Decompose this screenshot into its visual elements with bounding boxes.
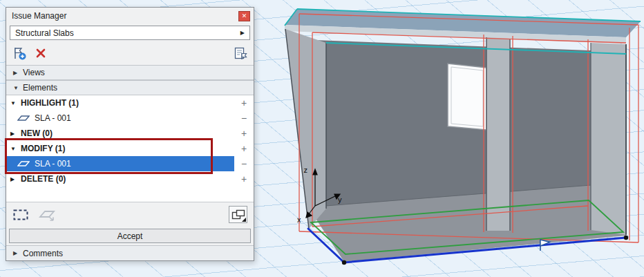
- slab-icon: [17, 160, 30, 168]
- model-room: [285, 9, 641, 262]
- close-button[interactable]: ✕: [238, 11, 250, 21]
- flyout-arrow-icon: ▶: [240, 30, 245, 36]
- add-elements-button[interactable]: +: [234, 97, 254, 108]
- corner-node-left[interactable]: [342, 260, 346, 265]
- tree-group-main: ▼ MODIFY (1): [6, 141, 234, 156]
- corner-node-right[interactable]: [624, 236, 628, 240]
- issue-toolbar: [6, 41, 254, 65]
- tree-item-main: SLA - 001: [6, 156, 234, 171]
- accept-row: Accept: [6, 227, 254, 245]
- section-comments[interactable]: ▶ Comments: [6, 245, 254, 260]
- tree-item-modify-sla001[interactable]: SLA - 001 −: [6, 156, 254, 171]
- new-issue-button[interactable]: [12, 46, 27, 61]
- zoom-to-elements-button[interactable]: [229, 206, 247, 223]
- flag-plus-icon: [12, 46, 27, 61]
- chevron-right-icon[interactable]: ▶: [10, 176, 21, 182]
- add-elements-button[interactable]: +: [234, 128, 254, 139]
- tree-item-highlight-sla001[interactable]: SLA - 001 −: [6, 111, 254, 126]
- tree-group-label: DELETE (0): [21, 174, 66, 184]
- right-wall: [591, 43, 626, 235]
- tree-group-label: NEW (0): [21, 128, 53, 138]
- tree-group-label: HIGHLIGHT (1): [21, 98, 79, 108]
- slab-icon: [17, 114, 30, 122]
- elements-tree: ▼ HIGHLIGHT (1) + SLA - 001 − ▶ NEW (0) …: [6, 95, 254, 202]
- accept-button[interactable]: Accept: [9, 229, 251, 243]
- chevron-down-icon[interactable]: ▼: [10, 100, 21, 106]
- section-comments-label: Comments: [23, 249, 63, 258]
- tree-item-label: SLA - 001: [35, 159, 71, 169]
- red-x-icon: [35, 48, 46, 59]
- add-elements-button[interactable]: +: [234, 173, 254, 184]
- axis-label-y: y: [338, 195, 342, 204]
- tree-group-highlight[interactable]: ▼ HIGHLIGHT (1) +: [6, 95, 254, 111]
- chevron-down-icon: ▼: [13, 85, 23, 91]
- delete-issue-button[interactable]: [35, 48, 46, 59]
- chevron-right-icon: ▶: [13, 70, 23, 76]
- section-elements[interactable]: ▼ Elements: [6, 80, 254, 95]
- tree-item-label: SLA - 001: [35, 113, 71, 123]
- tree-group-main: ▼ HIGHLIGHT (1): [6, 95, 234, 111]
- tree-item-main: SLA - 001: [6, 111, 234, 126]
- panel-titlebar[interactable]: Issue Manager ✕: [6, 8, 254, 24]
- overlapping-views-icon: [231, 209, 246, 221]
- highlight-elements-button[interactable]: [39, 208, 57, 222]
- remove-element-button[interactable]: −: [234, 113, 254, 124]
- axis-label-z: z: [304, 166, 308, 174]
- window-opening: [448, 64, 486, 130]
- marquee-button[interactable]: [12, 208, 29, 222]
- tree-group-delete[interactable]: ▶ DELETE (0) +: [6, 171, 254, 187]
- issue-organizer-button[interactable]: [233, 46, 248, 61]
- scheme-value: Structural Slabs: [15, 28, 74, 38]
- axis-label-x: x: [297, 216, 301, 224]
- tree-group-main: ▶ NEW (0): [6, 126, 234, 141]
- issue-manager-panel: Issue Manager ✕ Structural Slabs ▶: [6, 7, 254, 261]
- chevron-right-icon: ▶: [13, 250, 23, 256]
- bottom-toolbar: [6, 202, 254, 227]
- section-views-label: Views: [23, 68, 45, 77]
- tree-group-label: MODIFY (1): [21, 144, 65, 153]
- panel-title: Issue Manager: [12, 11, 238, 21]
- chevron-right-icon[interactable]: ▶: [10, 131, 21, 137]
- issue-organizer-icon: [233, 46, 248, 61]
- tree-group-new[interactable]: ▶ NEW (0) +: [6, 126, 254, 141]
- highlight-slab-icon: [39, 208, 57, 222]
- add-elements-button[interactable]: +: [234, 143, 254, 154]
- chevron-down-icon[interactable]: ▼: [10, 146, 21, 152]
- remove-element-button[interactable]: −: [234, 158, 254, 169]
- issue-scheme-dropdown[interactable]: Structural Slabs ▶: [10, 26, 250, 40]
- middle-wall-end: [486, 37, 510, 231]
- scheme-row: Structural Slabs ▶: [6, 24, 254, 41]
- section-elements-label: Elements: [23, 83, 57, 93]
- tree-group-modify[interactable]: ▼ MODIFY (1) +: [6, 141, 254, 156]
- tree-group-main: ▶ DELETE (0): [6, 171, 234, 187]
- marquee-icon: [12, 208, 29, 222]
- section-views[interactable]: ▶ Views: [6, 65, 254, 80]
